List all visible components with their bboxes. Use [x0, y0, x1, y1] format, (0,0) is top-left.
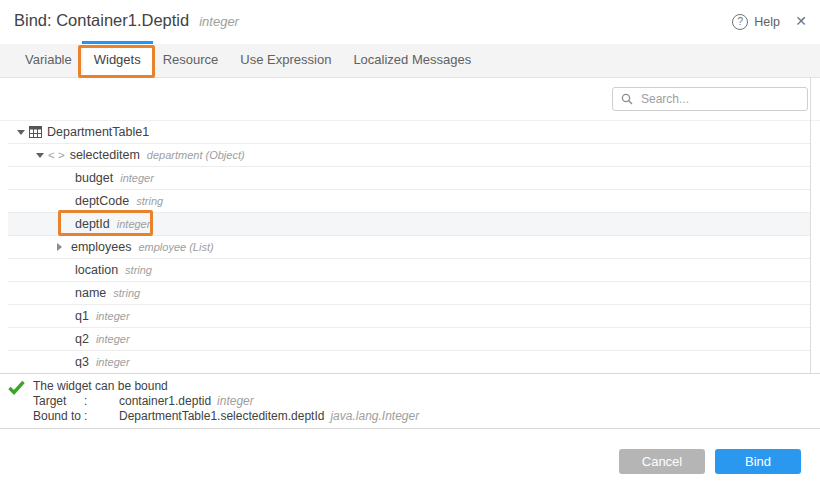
- tree-node-type: integer: [96, 356, 130, 368]
- tree-row-DepartmentTable1[interactable]: DepartmentTable1: [8, 121, 810, 144]
- tree-node-type: string: [125, 264, 152, 276]
- status-row-bound-to: Bound to:DepartmentTable1.selecteditem.d…: [33, 409, 820, 424]
- status-row-colon: :: [84, 409, 119, 424]
- help-question-icon: ?: [732, 14, 748, 30]
- expander-right-icon[interactable]: [57, 243, 62, 251]
- tree-node-label: selecteditem: [70, 148, 140, 162]
- status-row-value-type: java.lang.Integer: [330, 409, 419, 424]
- help-button[interactable]: ? Help: [732, 14, 780, 30]
- tab-use-expression[interactable]: Use Expression: [229, 44, 342, 77]
- tree-node-type: integer: [117, 218, 151, 230]
- cancel-button[interactable]: Cancel: [619, 449, 705, 474]
- tree-node-label: deptId: [75, 217, 110, 231]
- tab-resource[interactable]: Resource: [152, 44, 230, 77]
- search-icon: [621, 93, 633, 105]
- status-row-target: Target:container1.deptidinteger: [33, 394, 820, 409]
- tree-node-label: location: [75, 263, 118, 277]
- tab-label: Localized Messages: [353, 52, 471, 67]
- search-input[interactable]: [639, 91, 799, 107]
- status-row-value-type: integer: [217, 394, 254, 409]
- tree-node-type: integer: [120, 172, 154, 184]
- bind-button[interactable]: Bind: [715, 449, 801, 474]
- tree-row-deptCode[interactable]: deptCodestring: [8, 190, 810, 213]
- tree-node-label: name: [75, 286, 106, 300]
- expander-down-icon[interactable]: [36, 153, 44, 158]
- tab-label: Use Expression: [240, 52, 331, 67]
- status-panel: The widget can be bound Target:container…: [0, 373, 820, 429]
- tab-widgets[interactable]: Widgets: [83, 44, 152, 77]
- tree-node-label: employees: [71, 240, 131, 254]
- tree-list: DepartmentTable1< >selecteditemdepartmen…: [0, 121, 810, 368]
- tree-node-label: deptCode: [75, 194, 129, 208]
- status-message: The widget can be bound: [33, 379, 820, 394]
- status-row-value: container1.deptid: [119, 394, 211, 409]
- tab-label: Resource: [163, 52, 219, 67]
- tree-node-type: employee (List): [138, 241, 213, 253]
- tree-row-q1[interactable]: q1integer: [8, 305, 810, 328]
- tree-row-deptId[interactable]: deptIdinteger: [8, 213, 810, 236]
- tree-node-type: string: [136, 195, 163, 207]
- tab-label: Variable: [25, 52, 72, 67]
- tree-node-label: budget: [75, 171, 113, 185]
- success-check-icon: [8, 380, 25, 395]
- tree-row-employees[interactable]: employeesemployee (List): [8, 236, 810, 259]
- table-icon: [29, 126, 42, 138]
- tree-node-label: q2: [75, 332, 89, 346]
- tree-node-label: q1: [75, 309, 89, 323]
- tree-node-label: q3: [75, 355, 89, 368]
- tree-node-type: department (Object): [147, 149, 245, 161]
- tab-variable[interactable]: Variable: [14, 44, 83, 77]
- status-rows: Target:container1.deptidintegerBound to:…: [33, 394, 820, 424]
- object-brackets-icon: < >: [48, 149, 65, 161]
- tab-label: Widgets: [94, 52, 141, 67]
- scrollbar-track[interactable]: [810, 78, 811, 373]
- help-label: Help: [754, 15, 780, 29]
- status-row-colon: :: [84, 394, 119, 409]
- tab-localized-messages[interactable]: Localized Messages: [342, 44, 482, 77]
- expander-down-icon[interactable]: [17, 130, 25, 135]
- tree-row-q2[interactable]: q2integer: [8, 328, 810, 351]
- tree-row-selecteditem[interactable]: < >selecteditemdepartment (Object): [8, 144, 810, 167]
- bind-dialog: Bind: Container1.Deptidinteger ? Help ✕ …: [0, 0, 820, 491]
- tab-bar: VariableWidgetsResourceUse ExpressionLoc…: [0, 44, 820, 78]
- tree-node-type: integer: [96, 310, 130, 322]
- tree-row-name[interactable]: namestring: [8, 282, 810, 305]
- tree-node-type: integer: [96, 333, 130, 345]
- status-row-label: Bound to: [33, 409, 84, 424]
- search-box[interactable]: [612, 87, 808, 111]
- page-title: Bind: Container1.Deptidinteger: [14, 11, 239, 30]
- status-row-value: DepartmentTable1.selecteditem.deptId: [119, 409, 324, 424]
- status-row-label: Target: [33, 394, 84, 409]
- tree-row-location[interactable]: locationstring: [8, 259, 810, 282]
- tree-node-label: DepartmentTable1: [47, 125, 149, 139]
- dialog-title-type: integer: [199, 14, 239, 29]
- tree-row-q3[interactable]: q3integer: [8, 351, 810, 368]
- tree-node-type: string: [113, 287, 140, 299]
- close-icon[interactable]: ✕: [795, 13, 807, 29]
- dialog-title-text: Bind: Container1.Deptid: [14, 11, 189, 29]
- tree-row-budget[interactable]: budgetinteger: [8, 167, 810, 190]
